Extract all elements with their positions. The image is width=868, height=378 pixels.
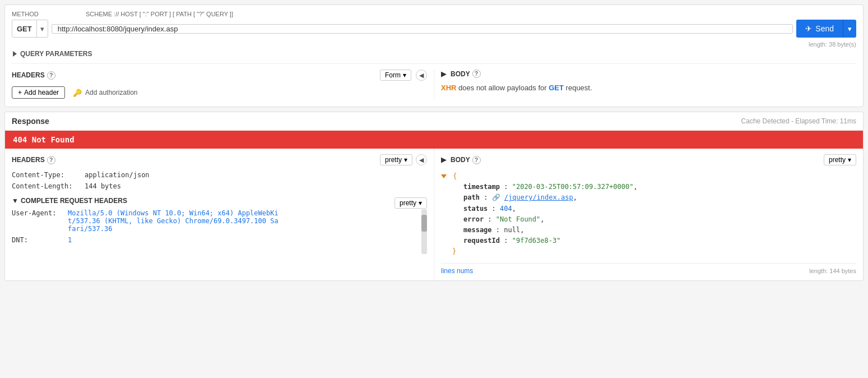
complete-req-pretty-label: pretty bbox=[400, 199, 416, 207]
complete-req-title-label: COMPLETE REQUEST HEADERS bbox=[21, 197, 127, 205]
resp-headers-pretty-button[interactable]: pretty ▾ bbox=[380, 154, 412, 165]
add-auth-label: Add authorization bbox=[85, 89, 137, 96]
xhr-text: XHR bbox=[441, 84, 456, 92]
json-open-brace: { bbox=[453, 172, 457, 180]
json-requestid-val: "9f7d63e8-3" bbox=[512, 237, 561, 245]
json-message-val: null, bbox=[504, 226, 524, 234]
add-header-button[interactable]: + Add header bbox=[12, 86, 65, 99]
send-dropdown-button[interactable]: ▾ bbox=[843, 20, 856, 38]
json-comma-2: , bbox=[573, 193, 577, 201]
form-label: Form bbox=[385, 71, 401, 79]
dnt-val: 1 bbox=[68, 236, 72, 244]
method-dropdown-arrow[interactable]: ▾ bbox=[36, 20, 48, 37]
form-button[interactable]: Form ▾ bbox=[380, 70, 411, 81]
json-path-key: path bbox=[463, 193, 480, 201]
complete-req-scroll[interactable]: User-Agent: Mozilla/5.0 (Windows NT 10.0… bbox=[12, 209, 427, 254]
json-timestamp-key: timestamp bbox=[463, 183, 500, 191]
query-params-label[interactable]: QUERY PARAMETERS bbox=[20, 50, 92, 58]
dnt-key: DNT: bbox=[12, 236, 68, 244]
json-link-icon: 🔗 bbox=[492, 193, 504, 201]
complete-req-triangle[interactable]: ▼ bbox=[12, 197, 18, 205]
json-comma-4: , bbox=[540, 215, 544, 223]
headers-help-icon[interactable]: ? bbox=[47, 71, 55, 80]
json-colon-4: : bbox=[488, 215, 495, 223]
add-header-label: Add header bbox=[24, 89, 59, 96]
body-message: XHR does not allow payloads for GET requ… bbox=[441, 84, 856, 92]
resp-headers-pretty-label: pretty bbox=[385, 156, 402, 164]
add-header-plus-icon: + bbox=[18, 89, 22, 96]
user-agent-key: User-Agent: bbox=[12, 209, 68, 217]
json-close-brace: } bbox=[452, 247, 456, 255]
json-colon-6: : bbox=[504, 237, 512, 245]
add-authorization-button[interactable]: 🔑 Add authorization bbox=[71, 87, 140, 99]
complete-req-pretty-arrow: ▾ bbox=[419, 199, 422, 207]
json-requestid-key: requestId bbox=[463, 237, 500, 245]
json-status-val: 404 bbox=[500, 205, 512, 213]
dnt-row: DNT: 1 bbox=[12, 236, 419, 244]
scheme-label: SCHEME :// HOST [ ":" PORT ] [ PATH [ "?… bbox=[86, 11, 856, 17]
cache-text: Cache Detected - Elapsed Time: 11ms bbox=[741, 117, 856, 125]
query-params-toggle[interactable] bbox=[13, 51, 17, 57]
json-colon-2: : bbox=[484, 193, 491, 201]
method-value: GET bbox=[12, 25, 36, 33]
headers-title: HEADERS bbox=[12, 71, 45, 79]
json-comma-3: , bbox=[512, 205, 516, 213]
resp-body-footer: lines nums length: 144 bytes bbox=[441, 263, 856, 275]
method-label: METHOD bbox=[12, 11, 79, 17]
json-colon-5: : bbox=[496, 226, 504, 234]
url-length: length: 38 byte(s) bbox=[12, 41, 856, 48]
body-help-icon[interactable]: ? bbox=[472, 70, 481, 78]
resp-headers-collapse-arrow[interactable]: ◀ bbox=[416, 154, 427, 165]
json-status-key: status bbox=[463, 205, 488, 213]
headers-collapse-arrow[interactable]: ◀ bbox=[416, 70, 427, 81]
json-path-link[interactable]: /jquery/index.asp bbox=[504, 193, 573, 201]
content-length-key: Content-Length: bbox=[12, 182, 85, 190]
body-title: BODY bbox=[451, 70, 470, 78]
scrollbar-thumb[interactable] bbox=[421, 215, 427, 232]
body-msg-end: request. bbox=[566, 84, 592, 92]
resp-header-table: Content-Type: application/json Content-L… bbox=[12, 171, 427, 190]
method-select[interactable]: GET ▾ bbox=[12, 20, 48, 38]
resp-headers-help-icon[interactable]: ? bbox=[47, 156, 55, 164]
content-length-row: Content-Length: 144 bytes bbox=[12, 182, 427, 190]
content-type-val: application/json bbox=[85, 171, 150, 179]
send-button[interactable]: ✈ Send bbox=[796, 20, 843, 38]
json-message-key: message bbox=[463, 226, 492, 234]
complete-req-headers-section: ▼ COMPLETE REQUEST HEADERS pretty ▾ Us bbox=[12, 197, 427, 254]
body-msg-text: does not allow payloads for bbox=[458, 84, 549, 92]
json-colon-1: : bbox=[504, 183, 512, 191]
resp-body-expand-triangle[interactable]: ▶ bbox=[441, 156, 446, 164]
send-icon: ✈ bbox=[805, 24, 812, 33]
lines-nums-button[interactable]: lines nums bbox=[441, 267, 473, 275]
get-text: GET bbox=[549, 84, 564, 92]
response-header-bar: Response Cache Detected - Elapsed Time: … bbox=[5, 112, 863, 131]
resp-headers-title: HEADERS bbox=[12, 156, 45, 164]
resp-headers-pretty-arrow: ▾ bbox=[404, 156, 407, 164]
url-input[interactable] bbox=[52, 24, 793, 34]
resp-body-title: BODY bbox=[451, 156, 470, 164]
json-error-val: "Not Found" bbox=[496, 215, 540, 223]
status-bar: 404 Not Found bbox=[5, 131, 863, 149]
resp-body-length: length: 144 bytes bbox=[809, 268, 856, 274]
send-label: Send bbox=[815, 24, 834, 33]
content-length-val: 144 bytes bbox=[85, 182, 121, 190]
user-agent-row: User-Agent: Mozilla/5.0 (Windows NT 10.0… bbox=[12, 209, 419, 233]
json-comma-1: , bbox=[633, 183, 637, 191]
user-agent-val: Mozilla/5.0 (Windows NT 10.0; Win64; x64… bbox=[68, 209, 281, 233]
json-error-key: error bbox=[463, 215, 484, 223]
response-title: Response bbox=[12, 117, 49, 126]
content-type-row: Content-Type: application/json bbox=[12, 171, 427, 179]
resp-body-pretty-button[interactable]: pretty ▾ bbox=[824, 154, 856, 165]
form-dropdown-icon: ▾ bbox=[403, 71, 406, 79]
body-expand-triangle[interactable]: ▶ bbox=[441, 70, 446, 78]
resp-body-pretty-label: pretty bbox=[829, 156, 846, 164]
resp-body-help-icon[interactable]: ? bbox=[472, 156, 481, 164]
json-colon-3: : bbox=[492, 205, 500, 213]
json-expand-triangle[interactable] bbox=[441, 174, 447, 178]
complete-req-pretty-button[interactable]: pretty ▾ bbox=[394, 197, 427, 209]
json-timestamp-val: "2020-03-25T00:57:09.327+0000" bbox=[512, 183, 634, 191]
lock-icon: 🔑 bbox=[73, 89, 82, 97]
resp-body-pretty-arrow: ▾ bbox=[848, 156, 851, 164]
resp-body-code: { timestamp : "2020-03-25T00:57:09.327+0… bbox=[441, 171, 856, 257]
content-type-key: Content-Type: bbox=[12, 171, 85, 179]
